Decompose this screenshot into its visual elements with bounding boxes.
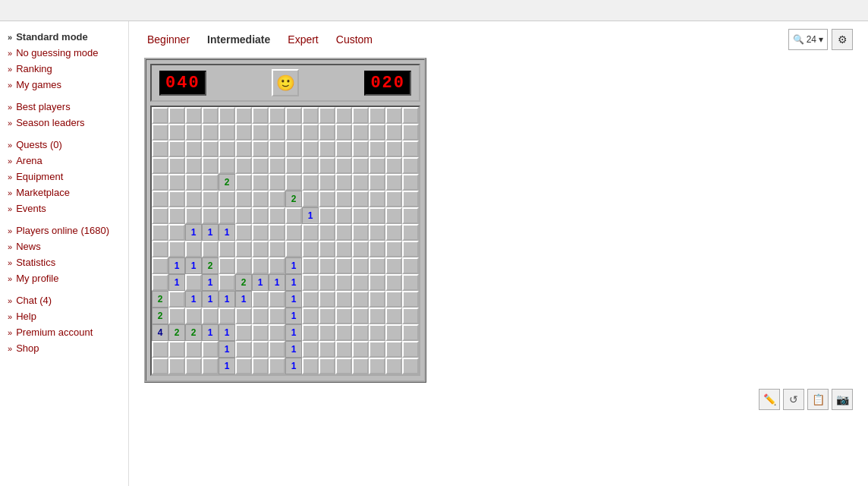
cell[interactable] [168,241,185,257]
cell[interactable] [185,124,202,140]
tab-custom[interactable]: Custom [333,32,376,47]
cell[interactable] [369,107,385,124]
cell[interactable]: 2 [152,308,168,324]
cell[interactable] [269,191,285,207]
cell[interactable] [369,174,385,191]
cell[interactable] [219,107,235,124]
cell[interactable] [335,324,352,341]
cell[interactable] [369,308,385,324]
cell[interactable] [352,308,369,324]
cell[interactable]: 1 [235,291,252,308]
cell[interactable]: 1 [168,257,185,274]
cell[interactable] [385,174,402,191]
cell[interactable]: 2 [202,257,219,274]
smiley-button[interactable]: 🙂 [272,69,299,96]
cell[interactable] [202,157,219,174]
cell[interactable] [168,291,185,308]
cell[interactable] [335,358,352,374]
cell[interactable] [352,191,369,207]
cell[interactable] [235,224,252,241]
cell[interactable] [185,341,202,358]
cell[interactable] [252,191,269,207]
cell[interactable] [168,358,185,374]
cell[interactable] [252,324,269,341]
sidebar-item-players-online[interactable]: »Players online (1680) [0,222,128,238]
sidebar-item-equipment[interactable]: »Equipment [0,169,128,185]
cell[interactable] [269,124,285,140]
cell[interactable] [352,291,369,308]
cell[interactable] [402,107,419,124]
cell[interactable] [369,124,385,140]
cell[interactable] [168,224,185,241]
cell[interactable] [369,257,385,274]
cell[interactable] [369,207,385,224]
cell[interactable] [385,107,402,124]
cell[interactable]: 1 [168,274,185,291]
cell[interactable] [152,274,168,291]
cell[interactable] [335,224,352,241]
cell[interactable]: 1 [202,291,219,308]
cell[interactable] [269,341,285,358]
cell[interactable]: 1 [219,291,235,308]
cell[interactable] [168,140,185,157]
cell[interactable] [335,107,352,124]
cell[interactable] [185,107,202,124]
cell[interactable] [352,207,369,224]
cell[interactable] [385,140,402,157]
cell[interactable]: 2 [235,274,252,291]
cell[interactable] [319,241,335,257]
cell[interactable] [352,140,369,157]
sidebar-item-standard-mode[interactable]: »Standard mode [0,29,128,45]
cell[interactable] [319,140,335,157]
cell[interactable] [369,341,385,358]
cell[interactable] [219,308,235,324]
cell[interactable] [202,241,219,257]
cell[interactable] [168,191,185,207]
cell[interactable]: 2 [168,324,185,341]
cell[interactable]: 1 [219,341,235,358]
cell[interactable] [352,358,369,374]
cell[interactable] [352,224,369,241]
cell[interactable] [168,107,185,124]
cell[interactable] [185,191,202,207]
cell[interactable]: 1 [285,308,302,324]
cell[interactable] [285,224,302,241]
cell[interactable] [202,140,219,157]
cell[interactable] [302,324,319,341]
cell[interactable] [352,124,369,140]
cell[interactable] [319,291,335,308]
cell[interactable] [168,157,185,174]
cell[interactable] [219,157,235,174]
cell[interactable] [302,157,319,174]
tab-expert[interactable]: Expert [285,32,321,47]
cell[interactable]: 1 [285,291,302,308]
sidebar-item-arena[interactable]: »Arena [0,153,128,169]
cell[interactable] [252,358,269,374]
cell[interactable] [302,140,319,157]
cell[interactable] [402,124,419,140]
cell[interactable] [235,241,252,257]
cell[interactable] [369,140,385,157]
cell[interactable] [385,274,402,291]
cell[interactable] [302,191,319,207]
cell[interactable] [352,157,369,174]
sidebar-item-my-profile[interactable]: »My profile [0,270,128,286]
sidebar-item-shop[interactable]: »Shop [0,340,128,356]
cell[interactable] [285,241,302,257]
cell[interactable]: 1 [285,257,302,274]
cell[interactable] [335,191,352,207]
cell[interactable] [352,341,369,358]
cell[interactable] [202,341,219,358]
cell[interactable] [385,341,402,358]
cell[interactable]: 2 [285,191,302,207]
cell[interactable] [252,107,269,124]
cell[interactable] [319,224,335,241]
cell[interactable] [269,140,285,157]
sidebar-item-events[interactable]: »Events [0,200,128,216]
cell[interactable] [252,124,269,140]
sidebar-item-season-leaders[interactable]: »Season leaders [0,115,128,131]
cell[interactable] [202,124,219,140]
cell[interactable] [302,257,319,274]
cell[interactable] [235,324,252,341]
cell[interactable] [335,257,352,274]
